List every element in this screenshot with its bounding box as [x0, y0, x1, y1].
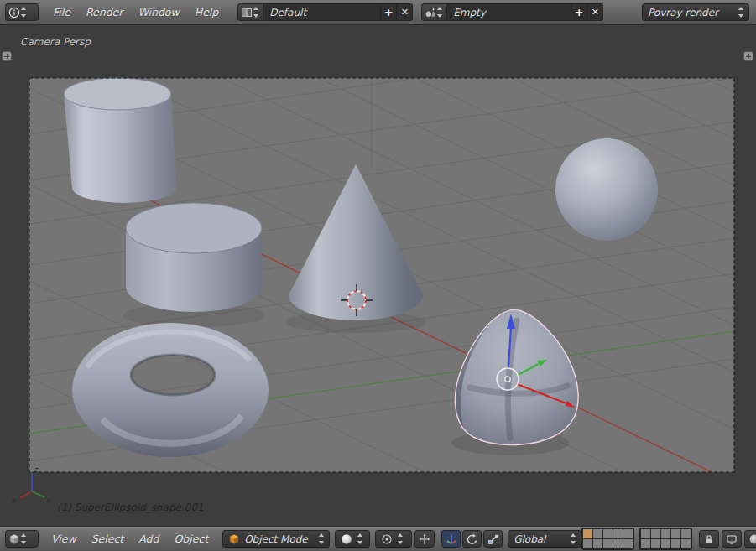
add-screen-button[interactable]: +: [381, 3, 397, 21]
rotate-manipulator-toggle[interactable]: [462, 530, 482, 548]
pivot-point-icon: [381, 533, 393, 545]
scene-browse-button[interactable]: [421, 3, 447, 21]
layer-group-1: [581, 528, 634, 550]
dropdown-arrows-icon: [436, 7, 444, 18]
manipulator-move-icon: [419, 533, 430, 545]
lock-icon: [703, 533, 715, 545]
dropdown-arrows-icon: [20, 533, 28, 544]
layer-toggle[interactable]: [603, 539, 613, 548]
layer-toggle[interactable]: [623, 529, 633, 538]
menu-render[interactable]: Render: [78, 0, 131, 24]
viewport-shading-selector[interactable]: [335, 530, 370, 548]
orientation-name: Global: [514, 533, 566, 545]
scale-manipulator-toggle[interactable]: [483, 530, 503, 548]
info-icon: [8, 7, 20, 18]
menu-select[interactable]: Select: [84, 527, 132, 551]
layer-toggle[interactable]: [593, 539, 602, 548]
scene-name: Empty: [453, 7, 486, 18]
delete-scene-button[interactable]: ✕: [587, 3, 603, 21]
menu-object[interactable]: Object: [166, 527, 216, 551]
opengl-render-anim-button[interactable]: [744, 530, 756, 548]
menu-view[interactable]: View: [44, 527, 84, 551]
dropdown-arrows-icon: [253, 7, 260, 18]
lock-to-scene-button[interactable]: [699, 530, 719, 548]
opengl-render-button[interactable]: [722, 530, 742, 548]
object-sphere[interactable]: [555, 138, 658, 241]
scene-icon: [425, 7, 436, 18]
menu-file[interactable]: File: [45, 0, 78, 24]
menu-add[interactable]: Add: [131, 527, 166, 551]
expand-region-button[interactable]: [2, 51, 12, 61]
layer-toggle[interactable]: [623, 539, 633, 548]
translate-manipulator-icon: [446, 533, 457, 545]
layer-toggle[interactable]: [671, 529, 680, 538]
pivot-point-selector[interactable]: [375, 530, 412, 548]
active-object-label: (1) SuperEllipsoid_shape.001: [57, 502, 204, 513]
layer-toggle[interactable]: [671, 539, 680, 548]
monitor-icon: [726, 533, 738, 545]
editor-type-selector-3dview[interactable]: [5, 530, 39, 548]
screen-layout-name-field[interactable]: Default: [263, 3, 381, 21]
menu-help[interactable]: Help: [187, 0, 227, 24]
manipulator-toggle-button[interactable]: [414, 530, 435, 548]
object-cylinder-flat[interactable]: [123, 203, 265, 327]
delete-screen-button[interactable]: ✕: [397, 3, 413, 21]
dropdown-arrows-icon: [570, 533, 577, 544]
dropdown-arrows-icon: [20, 7, 28, 18]
top-header: File Render Window Help Default + ✕: [0, 0, 756, 25]
layer-toggle[interactable]: [641, 539, 650, 548]
layer-toggle[interactable]: [651, 539, 660, 548]
mode-name: Object Mode: [244, 533, 314, 545]
layer-toggle[interactable]: [613, 539, 623, 548]
add-scene-button[interactable]: +: [571, 3, 587, 21]
layer-toggle[interactable]: [681, 529, 691, 538]
render-sphere-icon: [748, 533, 756, 545]
viewport-3d[interactable]: z y x Camera Persp (1) SuperEllipsoid_sh…: [0, 25, 756, 526]
layer-toggle[interactable]: [603, 529, 613, 538]
editor-3dview-icon: [8, 533, 20, 545]
dropdown-arrows-icon: [397, 533, 404, 544]
object-mode-cube-icon: [228, 533, 240, 545]
editor-type-selector[interactable]: [5, 3, 39, 21]
viewport-header: View Select Add Object Object Mode: [0, 526, 756, 551]
rotate-manipulator-icon: [467, 533, 478, 545]
scale-manipulator-icon: [487, 533, 499, 545]
transform-orientation-selector[interactable]: Global: [508, 530, 581, 548]
layers-widget: [581, 528, 692, 550]
object-cylinder-tall[interactable]: [64, 78, 176, 203]
layer-toggle[interactable]: [661, 529, 670, 538]
dropdown-arrows-icon: [357, 533, 364, 544]
translate-manipulator-toggle[interactable]: [441, 530, 461, 548]
layer-toggle[interactable]: [583, 529, 592, 538]
layer-toggle[interactable]: [661, 539, 670, 548]
shading-sphere-icon: [341, 533, 352, 545]
layer-toggle[interactable]: [593, 529, 602, 538]
scene-selector: Empty + ✕: [421, 3, 603, 21]
render-engine-selector[interactable]: Povray render: [642, 3, 749, 21]
render-engine-name: Povray render: [648, 7, 733, 18]
layer-group-2: [639, 528, 692, 550]
screen-layout-icon: [241, 7, 253, 18]
dropdown-arrows-icon: [738, 7, 745, 18]
expand-region-button[interactable]: [743, 51, 753, 61]
layer-toggle[interactable]: [651, 529, 660, 538]
screen-layout-browse-button[interactable]: [237, 3, 263, 21]
viewport-canvas: z y x: [0, 25, 756, 526]
layer-toggle[interactable]: [583, 539, 592, 548]
layer-toggle[interactable]: [681, 539, 691, 548]
layer-toggle[interactable]: [641, 529, 650, 538]
menu-window[interactable]: Window: [130, 0, 186, 24]
mode-selector[interactable]: Object Mode: [222, 530, 330, 548]
layer-toggle[interactable]: [613, 529, 623, 538]
view-name-label: Camera Persp: [20, 36, 91, 48]
screen-layout-name: Default: [269, 7, 306, 18]
screen-layout-selector: Default + ✕: [237, 3, 413, 21]
scene-name-field[interactable]: Empty: [447, 3, 571, 21]
dropdown-arrows-icon: [318, 533, 326, 544]
